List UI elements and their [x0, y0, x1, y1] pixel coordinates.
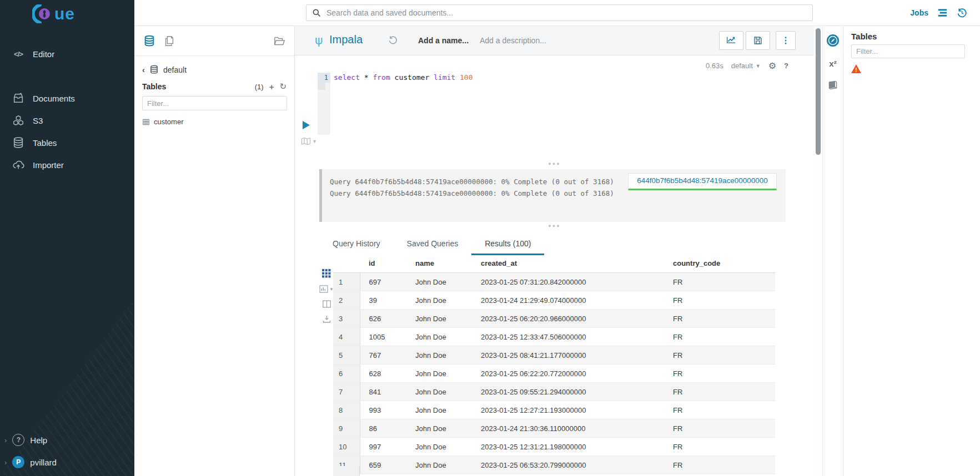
- jobs-queue-icon[interactable]: [937, 8, 948, 17]
- search-icon: [312, 8, 321, 17]
- tables-filter-input[interactable]: [142, 96, 287, 110]
- sql-text: *: [360, 73, 373, 82]
- left-nav: ue </> Editor Documents S3: [0, 0, 134, 476]
- sidebar-item-documents[interactable]: Documents: [0, 87, 134, 109]
- log-resize-handle[interactable]: ●●●: [295, 161, 814, 166]
- table-cell: 626: [360, 310, 406, 328]
- search-input[interactable]: [325, 8, 807, 18]
- grid-view-icon[interactable]: [322, 269, 331, 278]
- row-number-cell: 6: [333, 364, 360, 383]
- tables-section-title: Tables: [142, 82, 166, 91]
- table-cell: FR: [664, 273, 775, 291]
- table-cell: John Doe: [406, 401, 472, 419]
- column-header-country-code[interactable]: country_code: [664, 256, 775, 273]
- query-id-link[interactable]: 644f0b7f6b5b4d48:57419ace00000000: [628, 173, 777, 190]
- column-header-name[interactable]: name: [406, 256, 472, 273]
- assist-table-customer[interactable]: customer: [142, 118, 287, 126]
- sidebar-item-label: Importer: [33, 160, 64, 170]
- chevron-left-icon[interactable]: ‹: [142, 65, 145, 74]
- table-row: 1697John Doe2023-01-25 07:31:20.84200000…: [333, 273, 775, 291]
- right-assist-panel: Tables !: [843, 26, 980, 476]
- sql-number: 100: [455, 73, 473, 82]
- caret-down-icon: ▼: [312, 139, 317, 144]
- columns-icon[interactable]: [323, 300, 331, 308]
- scrollbar-thumb[interactable]: [816, 28, 821, 155]
- table-cell: 697: [360, 273, 406, 291]
- history-icon[interactable]: [957, 8, 967, 18]
- execute-button[interactable]: [302, 120, 310, 130]
- query-name-field[interactable]: Add a name...: [418, 36, 469, 45]
- history-icon[interactable]: [388, 36, 398, 45]
- sidebar-item-tables[interactable]: Tables: [0, 131, 134, 154]
- sidebar-item-importer[interactable]: Importer: [0, 154, 134, 176]
- help-label: Help: [30, 436, 47, 445]
- tab-results[interactable]: Results (100): [471, 232, 544, 255]
- row-number-cell: 2: [333, 291, 360, 310]
- importer-icon: [11, 159, 26, 171]
- jobs-link[interactable]: Jobs: [910, 8, 928, 17]
- right-tables-filter-input[interactable]: [851, 44, 965, 58]
- table-cell: John Doe: [406, 310, 472, 328]
- row-number-cell: 7: [333, 383, 360, 401]
- right-assist-rail: x²: [822, 26, 843, 476]
- sql-text: customer: [390, 73, 434, 82]
- chart-button[interactable]: [719, 31, 743, 50]
- tab-saved-queries[interactable]: Saved Queries: [394, 232, 472, 255]
- sidebar-item-s3[interactable]: S3: [0, 109, 134, 131]
- column-header-created-at[interactable]: created_at: [472, 256, 664, 273]
- tab-query-history[interactable]: Query History: [319, 232, 394, 255]
- left-assist-panel: ‹ default Tables (1) + ↻: [134, 26, 295, 476]
- row-number-cell: 5: [333, 346, 360, 364]
- gear-icon[interactable]: ⚙: [768, 60, 776, 71]
- sidebar-item-user[interactable]: › P pvillard: [0, 451, 134, 473]
- folder-icon[interactable]: [273, 35, 285, 47]
- databases-source-icon[interactable]: [143, 35, 155, 47]
- column-header-id[interactable]: id: [360, 256, 406, 273]
- results-resize-handle[interactable]: ●●●: [295, 224, 814, 228]
- more-actions-button[interactable]: ⋮: [776, 31, 796, 50]
- plus-icon[interactable]: +: [269, 83, 274, 91]
- refresh-icon[interactable]: ↻: [279, 83, 287, 91]
- sidebar-item-help[interactable]: › ? Help: [0, 429, 134, 451]
- table-cell: FR: [664, 401, 775, 419]
- language-ref-icon[interactable]: [827, 80, 838, 90]
- presentation-mode-button[interactable]: ▼: [301, 137, 317, 145]
- superscript-icon[interactable]: x²: [829, 59, 836, 68]
- sidebar-item-label: S3: [33, 116, 43, 125]
- chart-view-icon[interactable]: ▼: [319, 285, 334, 293]
- query-description-field[interactable]: Add a description...: [480, 36, 546, 45]
- table-cell: John Doe: [406, 346, 472, 364]
- table-cell: John Doe: [406, 383, 472, 401]
- engine-title[interactable]: Impala: [329, 33, 363, 46]
- global-search[interactable]: [306, 4, 813, 21]
- warning-icon[interactable]: !: [851, 64, 861, 73]
- save-button[interactable]: [746, 31, 770, 50]
- table-cell: John Doe: [406, 273, 472, 291]
- documents-source-icon[interactable]: [163, 35, 175, 47]
- row-number-cell: 4: [333, 328, 360, 346]
- sql-statement[interactable]: select * from customer limit 100: [334, 73, 473, 82]
- table-cell: 993: [360, 401, 406, 419]
- database-name[interactable]: default: [163, 65, 187, 74]
- table-cell: FR: [664, 419, 775, 438]
- help-icon: ?: [12, 434, 24, 446]
- sql-keyword: from: [373, 73, 390, 82]
- table-cell: 2023-01-24 21:29:49.074000000: [472, 291, 664, 310]
- download-icon[interactable]: [323, 315, 331, 323]
- table-grid-icon: [142, 118, 150, 126]
- compass-icon[interactable]: [826, 34, 840, 47]
- table-cell: FR: [664, 438, 775, 456]
- sidebar-item-editor[interactable]: </> Editor: [0, 43, 134, 65]
- table-cell: 2023-01-24 21:30:36.110000000: [472, 419, 664, 438]
- question-icon[interactable]: ?: [784, 62, 788, 70]
- database-selector[interactable]: default ▼: [731, 62, 761, 70]
- table-name: customer: [154, 118, 183, 126]
- right-panel-title: Tables: [851, 32, 877, 41]
- sql-keyword: select: [334, 73, 360, 82]
- table-cell: 2023-01-25 12:27:21.193000000: [472, 401, 664, 419]
- table-row: 7841John Doe2023-01-25 09:55:21.29400000…: [333, 383, 775, 401]
- table-row: 5767John Doe2023-01-25 08:41:21.17700000…: [333, 346, 775, 364]
- row-number-cell: 9: [333, 419, 360, 438]
- row-number-cell: 3: [333, 310, 360, 328]
- hue-logo[interactable]: ue: [32, 4, 75, 23]
